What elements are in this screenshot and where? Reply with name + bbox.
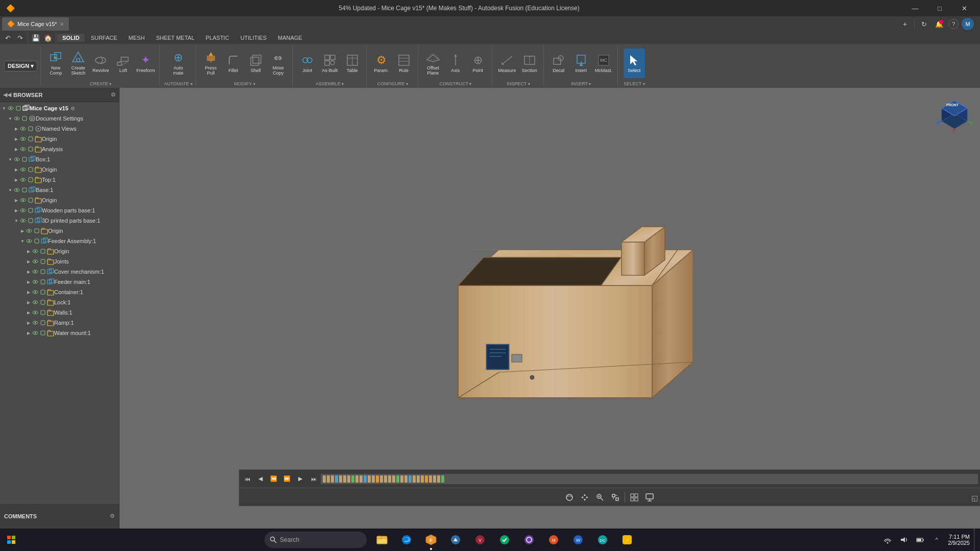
tree-expand-icon[interactable]: ▶: [13, 126, 19, 132]
close-button[interactable]: ✕: [952, 0, 976, 16]
tree-item[interactable]: ▶ Ramp:1: [0, 318, 119, 328]
ribbon-tab-sheetmetal[interactable]: SHEET METAL: [151, 34, 199, 42]
browser-settings-icon[interactable]: ⚙: [111, 91, 116, 98]
taskbar-edge[interactable]: [395, 529, 418, 551]
timeline-item[interactable]: [396, 475, 399, 483]
orbit-button[interactable]: [562, 490, 577, 505]
tree-item[interactable]: ▶ Container:1: [0, 287, 119, 297]
design-dropdown[interactable]: DESIGN ▾: [4, 61, 37, 71]
create-sketch-button[interactable]: CreateSketch: [67, 49, 89, 78]
timeline-item[interactable]: [343, 475, 346, 483]
timeline-item[interactable]: [351, 475, 354, 483]
browser-collapse-icon[interactable]: ◀◀: [3, 91, 11, 98]
ribbon-tab-utilities[interactable]: UTILITIES: [235, 34, 272, 42]
joint-button[interactable]: Joint: [297, 49, 318, 78]
battery-icon[interactable]: [913, 533, 927, 547]
account-icon[interactable]: M: [962, 18, 974, 30]
press-pull-button[interactable]: PressPull: [200, 49, 222, 78]
pan-button[interactable]: [578, 490, 592, 505]
zoom-button[interactable]: [593, 490, 607, 505]
point-button[interactable]: ⊕ Point: [467, 49, 489, 78]
measure-button[interactable]: Measure: [496, 49, 518, 78]
taskbar-app-2[interactable]: V: [469, 529, 491, 551]
taskbar-app-3[interactable]: [493, 529, 516, 551]
tree-item[interactable]: ▶ Wooden parts base:1: [0, 205, 119, 215]
tree-expand-icon[interactable]: ▼: [7, 156, 13, 162]
timeline-item[interactable]: [372, 475, 375, 483]
shell-button[interactable]: Shell: [245, 49, 267, 78]
mcmaster-button[interactable]: MC McMast.: [593, 49, 614, 78]
tree-expand-icon[interactable]: ▶: [26, 269, 32, 275]
tree-item[interactable]: ▶ Joints: [0, 256, 119, 267]
tree-item[interactable]: ▼ Box:1: [0, 154, 119, 164]
timeline-item[interactable]: [441, 475, 444, 483]
tree-expand-icon[interactable]: ▶: [13, 136, 19, 142]
tree-expand-icon[interactable]: ▼: [7, 115, 13, 122]
volume-icon[interactable]: [897, 533, 911, 547]
timeline-item[interactable]: [368, 475, 371, 483]
taskbar-clock[interactable]: 7:11 PM 2/9/2025: [946, 534, 972, 546]
new-component-button[interactable]: NewComp: [45, 49, 66, 78]
timeline-track[interactable]: [321, 474, 978, 484]
insert-button[interactable]: Insert: [570, 49, 592, 78]
configure-rule-button[interactable]: Rule: [393, 49, 415, 78]
tree-item[interactable]: ▶ Water mount:1: [0, 328, 119, 338]
ribbon-tab-solid[interactable]: SOLID: [57, 34, 85, 42]
timeline-step-back-button[interactable]: ⏪: [268, 473, 280, 485]
tree-expand-icon[interactable]: ▶: [26, 320, 32, 326]
tree-item[interactable]: ▼ Document Settings: [0, 113, 119, 124]
tree-expand-icon[interactable]: ▼: [7, 187, 13, 193]
fillet-button[interactable]: Fillet: [223, 49, 244, 78]
comments-settings-icon[interactable]: ⚙: [110, 513, 115, 519]
tree-expand-icon[interactable]: ▶: [26, 309, 32, 316]
chevron-up-icon[interactable]: ^: [929, 533, 944, 547]
tree-item[interactable]: ▶ Cover mechanism:1: [0, 267, 119, 277]
fit-button[interactable]: [608, 490, 623, 505]
timeline-item[interactable]: [339, 475, 342, 483]
taskbar-file-explorer[interactable]: [371, 529, 393, 551]
minimize-button[interactable]: —: [903, 0, 927, 16]
tree-expand-icon[interactable]: ▶: [26, 279, 32, 285]
viewport-expand-button[interactable]: ◱: [971, 494, 978, 502]
network-icon[interactable]: [880, 533, 895, 547]
tree-item[interactable]: ▶ Lock:1: [0, 297, 119, 307]
automate-button[interactable]: ⊕ Automate: [168, 49, 189, 78]
freeform-button[interactable]: ✦ Freeform: [135, 49, 156, 78]
tree-expand-icon[interactable]: ▼: [1, 105, 7, 111]
sync-icon[interactable]: ↻: [918, 18, 930, 30]
tree-item[interactable]: ▶ Walls:1: [0, 307, 119, 318]
timeline-item[interactable]: [433, 475, 436, 483]
timeline-back-end-button[interactable]: ⏮: [241, 473, 253, 485]
tree-item[interactable]: ▶ Named Views: [0, 124, 119, 134]
timeline-item[interactable]: [335, 475, 338, 483]
timeline-play-back-button[interactable]: ◀: [254, 473, 267, 485]
taskbar-app-5[interactable]: M: [542, 529, 565, 551]
taskbar-search[interactable]: Search: [265, 532, 367, 548]
timeline-item[interactable]: [376, 475, 379, 483]
timeline-item[interactable]: [409, 475, 412, 483]
undo-button[interactable]: ↶: [2, 32, 13, 43]
timeline-item[interactable]: [364, 475, 367, 483]
move-copy-button[interactable]: ⇔ MoveCopy: [268, 49, 289, 78]
timeline-fwd-end-button[interactable]: ⏭: [307, 473, 320, 485]
timeline-item[interactable]: [429, 475, 432, 483]
help-icon[interactable]: ?: [948, 19, 959, 29]
document-tab[interactable]: 🔶 Mice Cage v15* ✕: [2, 17, 69, 31]
ribbon-tab-surface[interactable]: SURFACE: [86, 34, 123, 42]
loft-button[interactable]: Loft: [112, 49, 134, 78]
tree-item[interactable]: ▶ Origin: [0, 195, 119, 205]
tree-expand-icon[interactable]: ▶: [13, 166, 19, 173]
taskbar-app-6[interactable]: W: [567, 529, 589, 551]
timeline-item[interactable]: [360, 475, 363, 483]
table-button[interactable]: Table: [342, 49, 363, 78]
tree-item[interactable]: ▼ Feeder Assembly:1: [0, 236, 119, 246]
timeline-item[interactable]: [331, 475, 334, 483]
tree-expand-icon[interactable]: ▶: [26, 248, 32, 254]
offset-plane-button[interactable]: OffsetPlane: [422, 49, 444, 78]
revolve-button[interactable]: Revolve: [90, 49, 111, 78]
timeline-item[interactable]: [323, 475, 326, 483]
timeline-item[interactable]: [355, 475, 358, 483]
timeline-item[interactable]: [380, 475, 383, 483]
select-button[interactable]: Select: [624, 49, 645, 78]
tab-close-icon[interactable]: ✕: [60, 21, 64, 27]
